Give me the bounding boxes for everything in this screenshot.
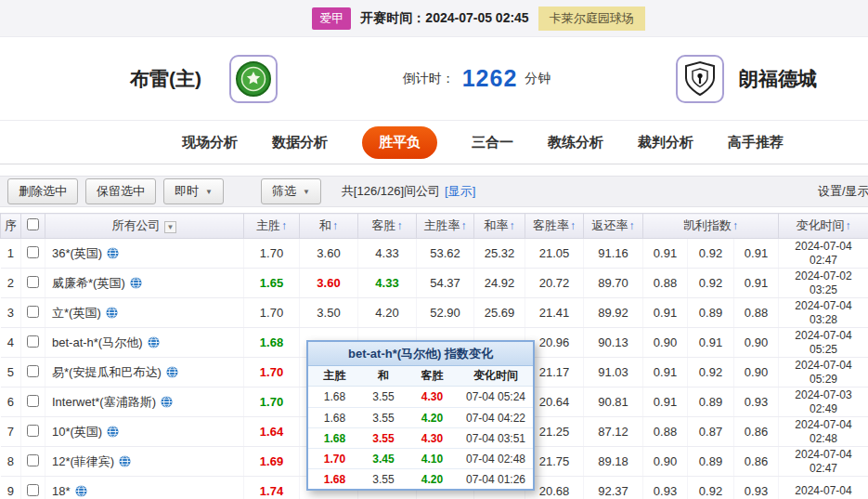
tab-高手推荐[interactable]: 高手推荐 — [728, 134, 784, 151]
company-cell[interactable]: 10*(英国) — [45, 417, 244, 447]
company-name: 12*(菲律宾) — [52, 453, 114, 470]
company-cell[interactable]: 立*(英国) — [45, 298, 244, 328]
return-rate-cell: 87.12 — [584, 417, 643, 447]
instant-dropdown[interactable]: 即时▼ — [163, 178, 224, 204]
popup-change-time: 07-04 03:51 — [459, 432, 533, 445]
kelly-home-cell: 0.91 — [643, 358, 688, 387]
away-crest-icon — [682, 60, 718, 98]
league-badge[interactable]: 爱甲 — [312, 7, 351, 30]
col-header-kelly[interactable]: 凯利指数↑ — [643, 214, 779, 239]
odds-comparison-page: { "icons": { "sort_asc": "↑", "caret_dow… — [0, 0, 868, 499]
away-rate-cell: 21.41 — [525, 298, 584, 328]
company-name: 易*(安提瓜和巴布达) — [52, 364, 162, 381]
tab-数据分析[interactable]: 数据分析 — [272, 134, 328, 151]
row-index: 7 — [1, 417, 21, 447]
companies-count: 共[126/126]间公司 — [342, 183, 440, 200]
filter-dropdown[interactable]: 筛选▼ — [261, 178, 321, 204]
keep-selected-button[interactable]: 保留选中 — [85, 178, 156, 204]
company-cell[interactable]: 易*(安提瓜和巴布达) — [45, 358, 244, 387]
company-cell[interactable]: 36*(英国) — [45, 239, 244, 269]
col-header-change-time[interactable]: 变化时间↑ — [779, 214, 868, 239]
kelly-home-cell: 0.91 — [643, 387, 688, 417]
row-index: 4 — [1, 328, 21, 358]
return-rate-cell: 92.37 — [584, 477, 643, 499]
home-rate-cell: 54.37 — [417, 269, 474, 298]
row-checkbox[interactable] — [27, 306, 39, 318]
company-filter-icon[interactable]: ▼ — [164, 221, 177, 233]
popup-col-home: 主胜 — [308, 368, 361, 384]
row-select-cell — [21, 298, 45, 328]
select-all-checkbox[interactable] — [27, 218, 39, 230]
popup-row: 1.68 3.55 4.20 07-04 04:22 — [308, 407, 533, 427]
globe-icon — [119, 455, 131, 467]
globe-icon — [106, 307, 118, 319]
popup-row: 1.68 3.55 4.20 07-04 01:26 — [308, 468, 533, 489]
col-header-away-rate[interactable]: 客胜率↑ — [525, 214, 584, 239]
home-odds-cell: 1.70 — [244, 298, 300, 328]
away-rate-cell: 20.72 — [525, 269, 584, 298]
row-checkbox[interactable] — [27, 454, 39, 466]
company-cell[interactable]: 12*(菲律宾) — [45, 447, 244, 477]
row-checkbox[interactable] — [27, 365, 39, 377]
col-header-company[interactable]: 所有公司▼ — [45, 214, 244, 239]
table-row: 1 36*(英国) 1.70 3.60 4.33 53.62 25.32 21.… — [1, 239, 868, 269]
kelly-away-cell: 0.86 — [734, 417, 779, 447]
popup-draw-odds: 3.55 — [361, 432, 406, 445]
col-header-draw-rate[interactable]: 和率↑ — [474, 214, 525, 239]
tab-教练分析[interactable]: 教练分析 — [548, 134, 603, 151]
globe-icon — [161, 396, 173, 408]
table-header-row: 序 所有公司▼ 主胜↑ 和↑ 客胜↑ 主胜率↑ 和率↑ 客胜率↑ 返还率↑ 凯利… — [1, 214, 868, 239]
col-header-return-rate[interactable]: 返还率↑ — [584, 214, 643, 239]
home-odds-cell: 1.70 — [244, 358, 300, 387]
row-checkbox[interactable] — [27, 425, 39, 437]
toolbar: 删除选中 保留选中 即时▼ 筛选▼ 共[126/126]间公司 [显示] 设置/… — [0, 176, 868, 207]
change-time-cell: 2024-07-0302:49 — [779, 387, 868, 417]
tab-现场分析[interactable]: 现场分析 — [182, 134, 238, 151]
company-cell[interactable]: 18* — [45, 477, 244, 499]
popup-away-odds: 4.10 — [406, 453, 459, 466]
tab-裁判分析[interactable]: 裁判分析 — [638, 134, 693, 151]
table-row: 2 威廉希*(英国) 1.65 3.60 4.33 54.37 24.92 20… — [1, 269, 868, 298]
col-header-home-odds[interactable]: 主胜↑ — [244, 214, 300, 239]
sort-asc-icon: ↑ — [732, 219, 738, 232]
delete-selected-button[interactable]: 删除选中 — [7, 178, 78, 204]
kickoff-time: 开赛时间：2024-07-05 02:45 — [360, 10, 528, 27]
popup-home-odds: 1.68 — [308, 473, 361, 486]
row-select-cell — [21, 447, 45, 477]
show-link[interactable]: [显示] — [445, 183, 475, 200]
away-odds-cell: 4.33 — [358, 239, 417, 269]
tab-三合一[interactable]: 三合一 — [472, 134, 513, 151]
col-header-home-rate[interactable]: 主胜率↑ — [417, 214, 474, 239]
return-rate-cell: 89.18 — [584, 447, 643, 477]
kelly-away-cell: 0.91 — [734, 269, 779, 298]
sort-asc-icon: ↑ — [461, 219, 467, 232]
popup-away-odds: 4.30 — [406, 432, 459, 445]
tab-胜平负[interactable]: 胜平负 — [362, 126, 437, 159]
row-checkbox[interactable] — [27, 395, 39, 407]
row-index: 6 — [1, 387, 21, 417]
col-header-draw-odds[interactable]: 和↑ — [300, 214, 358, 239]
company-cell[interactable]: 威廉希*(英国) — [45, 269, 244, 298]
home-crest-icon — [235, 60, 272, 98]
popup-change-time: 07-04 04:22 — [459, 412, 533, 425]
row-checkbox[interactable] — [27, 276, 39, 288]
kelly-draw-cell: 0.92 — [688, 239, 734, 269]
row-checkbox[interactable] — [27, 335, 39, 348]
sort-asc-icon: ↑ — [281, 219, 287, 232]
company-cell[interactable]: bet-at-h*(马尔他) — [45, 328, 244, 358]
row-checkbox[interactable] — [27, 246, 39, 258]
countdown-label: 倒计时： — [403, 71, 455, 87]
popup-row: 1.70 3.45 4.10 07-04 02:48 — [308, 448, 533, 468]
row-checkbox[interactable] — [27, 484, 39, 496]
instant-label: 即时 — [175, 183, 199, 200]
kelly-away-cell: 0.93 — [734, 477, 779, 499]
settings-link[interactable]: 设置/显示 — [818, 183, 868, 200]
kelly-draw-cell: 0.89 — [688, 387, 734, 417]
countdown-value: 1262 — [462, 65, 518, 92]
col-header-away-odds[interactable]: 客胜↑ — [358, 214, 417, 239]
home-odds-cell: 1.74 — [244, 477, 300, 499]
popup-change-time: 07-04 01:26 — [459, 473, 533, 486]
change-time-cell: 2024-07-0405:29 — [779, 358, 868, 387]
away-team-logo — [676, 55, 724, 103]
company-cell[interactable]: Interwet*(塞浦路斯) — [45, 387, 244, 417]
